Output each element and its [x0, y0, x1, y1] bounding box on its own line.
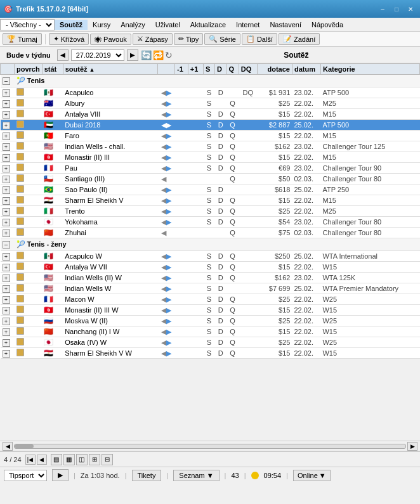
nav-left-icon[interactable]: ◀: [161, 153, 166, 161]
table-row[interactable]: + 🇨🇱 Santiago (III) ◀▶ Q $50 02.03. Chal…: [1, 174, 420, 184]
row-dq[interactable]: [239, 184, 257, 195]
row-name[interactable]: Moskva W (II): [63, 316, 157, 326]
row-q[interactable]: Q: [226, 262, 239, 273]
scroll-left-button[interactable]: ◀: [3, 442, 13, 451]
menu-soutez[interactable]: Soutěž: [55, 20, 88, 30]
row-dq[interactable]: [239, 163, 257, 174]
row-name[interactable]: Sharm El Sheikh V: [63, 195, 157, 206]
row-dq[interactable]: [239, 228, 257, 238]
table-row[interactable]: + 🇺🇸 Indian Wells W ◀▶ S D $7 699 25.02.…: [1, 283, 420, 294]
row-dq[interactable]: [239, 262, 257, 273]
menu-nastaveni[interactable]: Nastavení: [265, 20, 306, 30]
menu-aktualizace[interactable]: Aktualizace: [185, 20, 231, 30]
row-q[interactable]: Q: [226, 348, 239, 359]
row-dq[interactable]: [239, 348, 257, 359]
row-name[interactable]: Yokohama: [63, 217, 157, 228]
table-row[interactable]: + 🇲🇽 Acapulco ◀▶ S D DQ $1 931 23.02. AT…: [1, 87, 420, 98]
nav-left-icon[interactable]: ◀: [161, 89, 166, 96]
table-row[interactable]: + 🇧🇷 Sao Paulo (II) ◀▶ S D $618 25.02. A…: [1, 184, 420, 195]
refresh-icon-1[interactable]: 🔄: [141, 50, 152, 60]
nav-right-icon[interactable]: ▶: [166, 110, 171, 118]
row-s[interactable]: S: [204, 120, 215, 131]
row-name[interactable]: Nanchang (II) I W: [63, 326, 157, 337]
row-dq[interactable]: [239, 305, 257, 316]
row-d[interactable]: D: [214, 217, 226, 228]
row-q[interactable]: [226, 184, 239, 195]
nav-right-icon[interactable]: ▶: [166, 285, 171, 292]
row-s[interactable]: S: [204, 109, 215, 120]
row-d[interactable]: D: [214, 337, 226, 348]
toolbar-serie[interactable]: 🔍 Série: [204, 33, 240, 45]
view-icon-4[interactable]: ⊞: [89, 454, 100, 465]
row-d[interactable]: D: [214, 316, 226, 326]
row-s[interactable]: S: [204, 273, 215, 283]
nav-right-icon[interactable]: ▶: [166, 153, 171, 161]
row-name[interactable]: Faro: [63, 131, 157, 141]
toolbar-krizova[interactable]: ✦ Křížová: [49, 33, 89, 45]
row-q[interactable]: Q: [226, 174, 239, 184]
row-d[interactable]: D: [214, 87, 226, 98]
row-expand-btn[interactable]: +: [3, 285, 10, 293]
page-prev-button[interactable]: ◀: [37, 455, 47, 465]
row-s[interactable]: S: [204, 141, 215, 152]
table-row[interactable]: + 🇦🇺 Albury ◀▶ S Q $25 22.02. M25: [1, 98, 420, 109]
row-d[interactable]: D: [214, 294, 226, 305]
table-row[interactable]: + 🇦🇪 Dubai 2018 ◀▶ S D Q $2 887 25.02. A…: [1, 120, 420, 131]
nav-right-icon[interactable]: ▶: [166, 274, 171, 281]
row-d[interactable]: D: [214, 163, 226, 174]
nav-right-icon[interactable]: ▶: [166, 164, 171, 172]
menu-analyzy[interactable]: Analýzy: [115, 20, 150, 30]
row-q[interactable]: Q: [226, 217, 239, 228]
row-q[interactable]: Q: [226, 294, 239, 305]
row-s[interactable]: S: [204, 98, 215, 109]
nav-left-icon[interactable]: ◀: [161, 100, 166, 107]
row-s[interactable]: S: [204, 87, 215, 98]
minimize-button[interactable]: –: [377, 3, 388, 15]
toolbar-dalsi[interactable]: 📋 Další: [242, 33, 277, 45]
nav-left-icon[interactable]: ◀: [161, 306, 166, 314]
nav-right-icon[interactable]: ▶: [166, 100, 171, 107]
nav-left-icon[interactable]: ◀: [161, 295, 166, 303]
row-name[interactable]: Antalya W VII: [63, 262, 157, 273]
row-d[interactable]: D: [214, 348, 226, 359]
row-name[interactable]: Macon W: [63, 294, 157, 305]
nav-left-icon[interactable]: ◀: [161, 274, 166, 281]
row-q[interactable]: Q: [226, 273, 239, 283]
online-button[interactable]: Online ▼: [293, 470, 331, 481]
row-expand-btn[interactable]: +: [3, 339, 10, 347]
nav-right-icon[interactable]: ▶: [166, 143, 171, 150]
source-expand-button[interactable]: ▶: [52, 469, 69, 481]
nav-left-icon[interactable]: ◀: [161, 263, 166, 271]
row-expand-btn[interactable]: +: [3, 122, 10, 129]
row-name[interactable]: Sharm El Sheikh V W: [63, 348, 157, 359]
table-row[interactable]: + 🇹🇳 Monastir (II) III W ◀▶ S D Q $15 22…: [1, 305, 420, 316]
row-d[interactable]: D: [214, 152, 226, 163]
col-kategorie-header[interactable]: Kategorie: [320, 64, 419, 75]
row-dq[interactable]: [239, 109, 257, 120]
close-button[interactable]: ✕: [405, 3, 416, 15]
toolbar-turnaj[interactable]: 🏆 Turnaj: [3, 33, 42, 45]
nav-left-icon[interactable]: ◀: [161, 110, 166, 118]
row-s[interactable]: S: [204, 283, 215, 294]
nav-left-icon[interactable]: ◀: [161, 229, 166, 236]
nav-right-icon[interactable]: ▶: [166, 317, 171, 325]
row-d[interactable]: D: [214, 141, 226, 152]
row-s[interactable]: S: [204, 326, 215, 337]
nav-left-icon[interactable]: ◀: [161, 328, 166, 335]
row-d[interactable]: D: [214, 273, 226, 283]
row-dq[interactable]: [239, 326, 257, 337]
row-q[interactable]: Q: [226, 228, 239, 238]
menu-napoveda[interactable]: Nápověda: [306, 20, 348, 30]
table-row[interactable]: + 🇺🇸 Indian Wells (II) W ◀▶ S D Q $162 2…: [1, 273, 420, 283]
row-s[interactable]: S: [204, 206, 215, 217]
row-q[interactable]: [226, 283, 239, 294]
nav-left-icon[interactable]: ◀: [161, 197, 166, 204]
row-d[interactable]: D: [214, 326, 226, 337]
row-expand-btn[interactable]: +: [3, 253, 10, 261]
nav-left-icon[interactable]: ◀: [161, 121, 166, 129]
horizontal-scrollbar[interactable]: ◀ ▶: [0, 441, 420, 451]
row-dq[interactable]: [239, 98, 257, 109]
row-d[interactable]: D: [214, 206, 226, 217]
date-next-button[interactable]: ▶: [127, 49, 138, 61]
nav-right-icon[interactable]: ▶: [166, 197, 171, 204]
